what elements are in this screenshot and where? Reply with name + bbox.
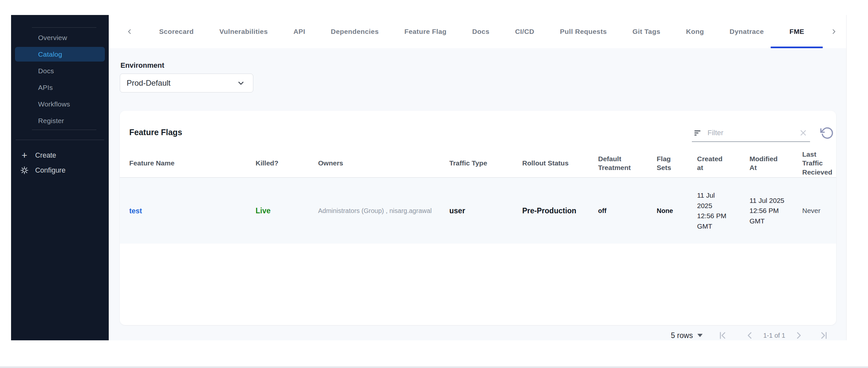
- environment-label: Environment: [121, 61, 164, 70]
- col-header-owners: Owners: [318, 149, 449, 177]
- cell-created-at: 11 Jul 2025 12:56 PM GMT: [697, 178, 749, 244]
- tab-dynatrace[interactable]: Dynatrace: [730, 15, 764, 48]
- sidebar-nav: Overview Catalog Docs APIs Workflows Reg…: [11, 29, 109, 129]
- window-bottom-edge: [0, 366, 868, 368]
- pagination: 5 rows 1-1 of 1: [671, 328, 830, 343]
- refresh-button[interactable]: [820, 126, 835, 141]
- tab-feature-flag[interactable]: Feature Flag: [404, 15, 447, 48]
- tab-docs[interactable]: Docs: [472, 15, 489, 48]
- cell-last-traffic: Never: [802, 178, 835, 244]
- sidebar: Overview Catalog Docs APIs Workflows Reg…: [11, 15, 109, 340]
- killed-status: Live: [255, 205, 271, 217]
- configure-label: Configure: [35, 166, 65, 175]
- col-header-traffic-type: Traffic Type: [449, 149, 522, 177]
- next-page-icon: [793, 330, 804, 341]
- caret-down-icon: [698, 334, 703, 337]
- close-icon: [798, 128, 808, 138]
- sidebar-divider-top: [32, 27, 96, 28]
- plus-icon: +: [20, 150, 29, 160]
- table-header-row: Feature Name Killed? Owners Traffic Type…: [120, 149, 836, 178]
- create-label: Create: [35, 151, 56, 160]
- sidebar-item-docs[interactable]: Docs: [11, 63, 109, 79]
- col-header-modified-at: Modified At: [749, 149, 802, 177]
- tab-fme[interactable]: FME: [789, 15, 805, 48]
- chevron-left-icon: [126, 28, 133, 35]
- sidebar-item-workflows[interactable]: Workflows: [11, 96, 109, 112]
- refresh-icon: [820, 126, 835, 141]
- gear-icon: [20, 166, 29, 175]
- environment-selected-value: Prod-Default: [127, 79, 170, 88]
- col-header-last-traffic: Last Traffic Recieved: [802, 149, 835, 177]
- tabs-scroll-right-button[interactable]: [830, 28, 838, 35]
- cell-traffic-type: user: [449, 178, 522, 244]
- sidebar-item-apis[interactable]: APIs: [11, 79, 109, 96]
- entity-tabbar: Scorecard Vulnerabilities API Dependenci…: [109, 15, 846, 48]
- last-page-icon: [818, 330, 830, 341]
- filter-field: [692, 126, 810, 142]
- chevron-down-icon: [237, 79, 245, 87]
- tab-api[interactable]: API: [293, 15, 305, 48]
- tab-git-tags[interactable]: Git Tags: [632, 15, 661, 48]
- tab-scorecard[interactable]: Scorecard: [159, 15, 194, 48]
- sidebar-item-catalog[interactable]: Catalog: [11, 46, 109, 63]
- environment-select[interactable]: Prod-Default: [120, 73, 253, 92]
- main-content: Scorecard Vulnerabilities API Dependenci…: [109, 15, 846, 340]
- tab-panel-fme: Environment Prod-Default Feature Flags: [109, 48, 846, 340]
- sidebar-create-button[interactable]: + Create: [11, 148, 109, 163]
- cell-default-treatment: off: [598, 178, 657, 244]
- previous-page-button[interactable]: [744, 330, 755, 341]
- last-page-button[interactable]: [818, 330, 830, 341]
- tab-vulnerabilities[interactable]: Vulnerabilities: [219, 15, 268, 48]
- feature-name-link[interactable]: test: [129, 206, 142, 216]
- pagination-range: 1-1 of 1: [763, 332, 785, 339]
- cell-owners: Administrators (Group) , nisarg.agrawal: [318, 178, 449, 244]
- previous-page-icon: [744, 330, 755, 341]
- filter-clear-button[interactable]: [798, 128, 808, 138]
- chevron-right-icon: [830, 28, 838, 35]
- cell-feature-name: test: [129, 178, 255, 244]
- tab-pull-requests[interactable]: Pull Requests: [560, 15, 607, 48]
- cell-flag-sets: None: [657, 178, 697, 244]
- sidebar-divider-mid: [32, 130, 96, 130]
- tab-kong[interactable]: Kong: [686, 15, 704, 48]
- col-header-rollout-status: Rollout Status: [522, 149, 598, 177]
- rows-per-page-select[interactable]: 5 rows: [671, 331, 703, 340]
- tab-cicd[interactable]: CI/CD: [515, 15, 534, 48]
- app-window: Overview Catalog Docs APIs Workflows Reg…: [0, 0, 868, 368]
- first-page-icon: [717, 330, 728, 341]
- sidebar-item-register[interactable]: Register: [11, 112, 109, 129]
- sidebar-item-overview[interactable]: Overview: [11, 29, 109, 46]
- sidebar-divider-wide: [16, 140, 104, 140]
- col-header-feature-name: Feature Name: [129, 149, 255, 177]
- filter-input[interactable]: [708, 129, 794, 137]
- next-page-button[interactable]: [793, 330, 804, 341]
- cell-killed: Live: [255, 178, 318, 244]
- col-header-flag-sets: Flag Sets: [657, 149, 697, 177]
- first-page-button[interactable]: [717, 330, 728, 341]
- cell-rollout-status: Pre-Production: [522, 178, 598, 244]
- col-header-created-at: Created at: [697, 149, 749, 177]
- table-row: test Live Administrators (Group) , nisar…: [120, 178, 836, 244]
- col-header-killed: Killed?: [255, 149, 318, 177]
- rows-per-page-value: 5 rows: [671, 331, 693, 340]
- filter-icon: [693, 128, 703, 138]
- card-title: Feature Flags: [129, 128, 182, 137]
- feature-flags-card: Feature Flags: [120, 111, 836, 325]
- col-header-default-treatment: Default Treatment: [598, 149, 657, 177]
- tab-dependencies[interactable]: Dependencies: [331, 15, 379, 48]
- cell-modified-at: 11 Jul 2025 12:56 PM GMT: [749, 178, 802, 244]
- sidebar-configure-button[interactable]: Configure: [11, 163, 109, 178]
- tabs-scroll-left-button[interactable]: [126, 28, 133, 35]
